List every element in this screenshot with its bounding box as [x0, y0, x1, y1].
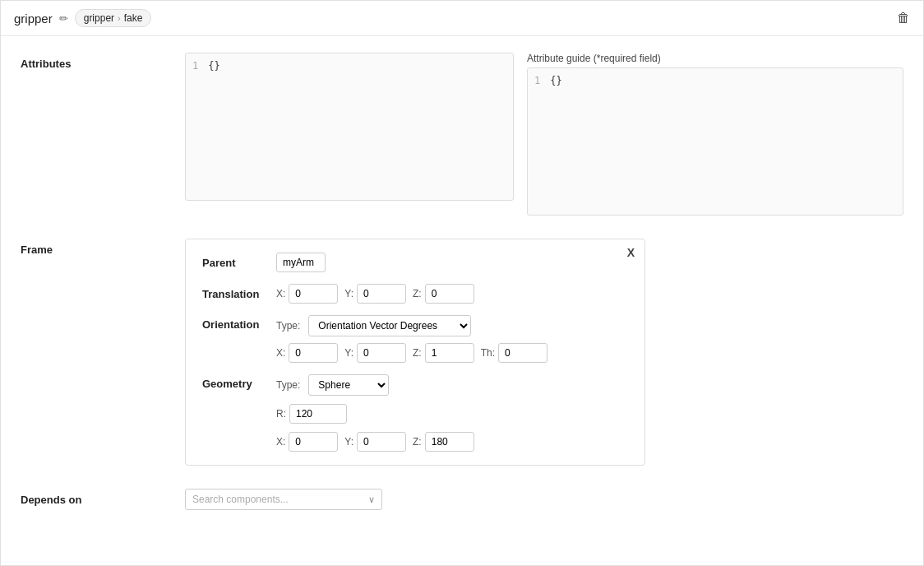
geometry-y-input[interactable] — [357, 432, 406, 452]
frame-close-button[interactable]: X — [627, 246, 635, 259]
chevron-down-icon: ∨ — [368, 494, 375, 505]
translation-z-group: Z: — [413, 284, 474, 304]
translation-x-group: X: — [276, 284, 338, 304]
translation-fields: X: Y: Z: — [276, 284, 474, 304]
geometry-type-select[interactable]: Sphere Box Cylinder — [308, 374, 389, 396]
main-page: gripper ✏ gripper › fake 🗑 Attributes 1{… — [0, 0, 924, 566]
page-title: gripper — [14, 12, 53, 26]
search-components-dropdown[interactable]: Search components... ∨ — [185, 489, 382, 510]
orientation-y-label: Y: — [344, 347, 353, 359]
depends-on-content: Search components... ∨ — [185, 489, 903, 510]
frame-section: Frame X Parent Translation X: — [21, 239, 903, 466]
breadcrumb-item-fake: fake — [124, 12, 143, 24]
translation-x-label: X: — [276, 288, 285, 299]
editor-line-code-1: {} — [208, 60, 219, 72]
orientation-content: Type: Orientation Vector Degrees Euler A… — [276, 315, 547, 363]
frame-box: X Parent Translation X: — [185, 239, 645, 466]
translation-y-input[interactable] — [357, 284, 406, 304]
orientation-values-row: X: Y: Z: — [276, 343, 547, 363]
frame-label: Frame — [21, 239, 185, 256]
geometry-x-input[interactable] — [289, 432, 338, 452]
geometry-r-row: R: — [276, 404, 474, 424]
orientation-y-input[interactable] — [357, 343, 406, 363]
frame-translation-row: Translation X: Y: Z: — [202, 284, 628, 304]
geometry-xyz-row: X: Y: Z: — [276, 432, 474, 452]
translation-y-label: Y: — [344, 288, 353, 299]
geometry-x-group: X: — [276, 432, 338, 452]
guide-label: Attribute guide (*required field) — [527, 53, 903, 64]
depends-on-section: Depends on Search components... ∨ — [21, 489, 903, 510]
geometry-type-row: Type: Sphere Box Cylinder — [276, 374, 474, 396]
delete-icon[interactable]: 🗑 — [897, 11, 910, 26]
geometry-type-label: Type: — [276, 379, 300, 391]
orientation-type-row: Type: Orientation Vector Degrees Euler A… — [276, 315, 547, 336]
geometry-content: Type: Sphere Box Cylinder R: — [276, 374, 474, 452]
attributes-content: 1{} Attribute guide (*required field) 1{… — [185, 53, 903, 216]
orientation-th-label: Th: — [481, 347, 495, 359]
frame-geometry-row: Geometry Type: Sphere Box Cylinder — [202, 374, 628, 452]
geometry-z-input[interactable] — [425, 432, 474, 452]
geometry-r-group: R: — [276, 404, 347, 424]
orientation-y-group: Y: — [344, 343, 406, 363]
translation-x-input[interactable] — [289, 284, 338, 304]
header-left: gripper ✏ gripper › fake — [14, 9, 151, 27]
translation-z-input[interactable] — [425, 284, 474, 304]
orientation-th-input[interactable] — [498, 343, 547, 363]
main-content: Attributes 1{} Attribute guide (*require… — [1, 36, 923, 565]
guide-editor: 1{} — [527, 67, 903, 216]
orientation-type-label: Type: — [276, 320, 300, 332]
geometry-z-label: Z: — [413, 436, 422, 448]
attributes-editor[interactable]: 1{} — [185, 53, 514, 201]
frame-parent-row: Parent — [202, 253, 628, 272]
guide-panel: Attribute guide (*required field) 1{} — [527, 53, 903, 216]
orientation-z-input[interactable] — [425, 343, 474, 363]
geometry-y-label: Y: — [344, 436, 353, 448]
editor-line-num-1: 1 — [192, 60, 198, 72]
depends-on-label: Depends on — [21, 489, 185, 506]
breadcrumb-item-gripper: gripper — [84, 12, 114, 24]
parent-input[interactable] — [276, 253, 326, 272]
geometry-label: Geometry — [202, 374, 276, 390]
attributes-row: 1{} Attribute guide (*required field) 1{… — [185, 53, 903, 216]
geometry-x-label: X: — [276, 436, 285, 448]
geometry-r-label: R: — [276, 408, 286, 420]
header: gripper ✏ gripper › fake 🗑 — [1, 1, 923, 36]
orientation-th-group: Th: — [481, 343, 547, 363]
translation-label: Translation — [202, 288, 276, 300]
geometry-y-group: Y: — [344, 432, 406, 452]
frame-orientation-row: Orientation Type: Orientation Vector Deg… — [202, 315, 628, 363]
orientation-z-label: Z: — [413, 347, 422, 359]
breadcrumb: gripper › fake — [75, 9, 152, 27]
geometry-r-input[interactable] — [289, 404, 347, 424]
guide-line-num-1: 1 — [534, 75, 540, 86]
guide-line-code-1: {} — [550, 75, 561, 86]
edit-icon[interactable]: ✏ — [59, 12, 68, 25]
search-placeholder: Search components... — [192, 494, 289, 505]
orientation-label: Orientation — [202, 315, 276, 331]
attributes-section: Attributes 1{} Attribute guide (*require… — [21, 53, 903, 216]
orientation-z-group: Z: — [413, 343, 474, 363]
breadcrumb-separator: › — [118, 13, 121, 23]
translation-y-group: Y: — [344, 284, 406, 304]
orientation-x-label: X: — [276, 347, 285, 359]
orientation-x-input[interactable] — [289, 343, 338, 363]
geometry-z-group: Z: — [413, 432, 474, 452]
frame-content: X Parent Translation X: — [185, 239, 903, 466]
orientation-type-select[interactable]: Orientation Vector Degrees Euler Angles … — [308, 315, 471, 336]
orientation-x-group: X: — [276, 343, 338, 363]
attributes-label: Attributes — [21, 53, 185, 70]
parent-label: Parent — [202, 257, 276, 269]
translation-z-label: Z: — [413, 288, 422, 299]
